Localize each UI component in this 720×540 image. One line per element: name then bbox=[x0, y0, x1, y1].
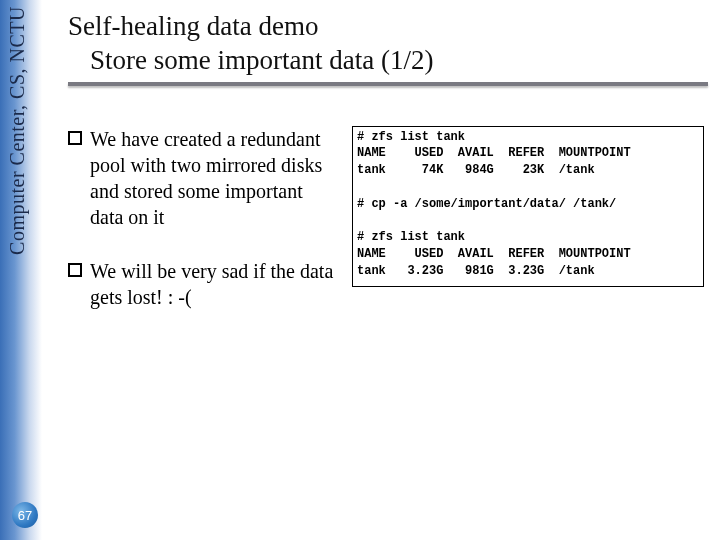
terminal-line: NAME USED AVAIL REFER MOUNTPOINT bbox=[357, 146, 631, 160]
terminal-line: # zfs list tank bbox=[357, 230, 465, 244]
bullet-item: We have created a redundant pool with tw… bbox=[68, 126, 338, 230]
bullet-item: We will be very sad if the data gets los… bbox=[68, 258, 338, 310]
terminal-line: tank 3.23G 981G 3.23G /tank bbox=[357, 264, 595, 278]
bullet-text: We will be very sad if the data gets los… bbox=[90, 258, 338, 310]
terminal-output-box: # zfs list tank NAME USED AVAIL REFER MO… bbox=[352, 126, 704, 287]
slide-body-row: We have created a redundant pool with tw… bbox=[68, 126, 708, 338]
slide-title-line1: Self-healing data demo bbox=[68, 11, 318, 41]
slide-title: Self-healing data demo Store some import… bbox=[68, 10, 708, 78]
slide-number-badge: 67 bbox=[12, 502, 38, 528]
bullet-list: We have created a redundant pool with tw… bbox=[68, 126, 338, 338]
terminal-line: tank 74K 984G 23K /tank bbox=[357, 163, 595, 177]
slide-title-line2: Store some important data (1/2) bbox=[68, 44, 708, 78]
terminal-line: NAME USED AVAIL REFER MOUNTPOINT bbox=[357, 247, 631, 261]
terminal-line: # cp -a /some/important/data/ /tank/ bbox=[357, 197, 616, 211]
sidebar-gradient: Computer Center, CS, NCTU bbox=[0, 0, 42, 540]
sidebar-org-label: Computer Center, CS, NCTU bbox=[6, 6, 29, 255]
square-bullet-icon bbox=[68, 131, 82, 145]
square-bullet-icon bbox=[68, 263, 82, 277]
terminal-line: # zfs list tank bbox=[357, 130, 465, 144]
title-underline bbox=[68, 82, 708, 86]
slide-content: Self-healing data demo Store some import… bbox=[68, 10, 708, 528]
bullet-text: We have created a redundant pool with tw… bbox=[90, 126, 338, 230]
slide-number-text: 67 bbox=[18, 508, 32, 523]
